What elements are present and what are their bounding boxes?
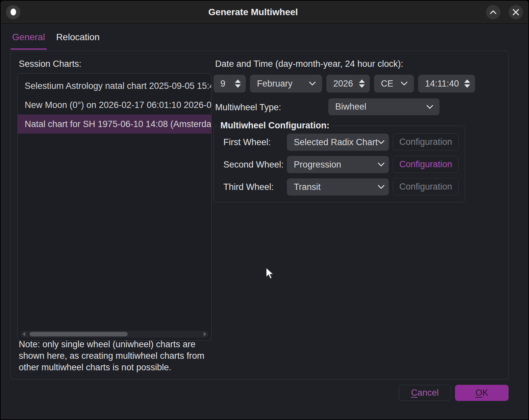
ok-label: OK — [475, 388, 488, 398]
close-button[interactable] — [509, 5, 523, 19]
datetime-controls: 9 February 2026 CE 14:11:40 — [214, 75, 475, 92]
session-charts-label: Session Charts: — [19, 59, 82, 69]
third-wheel-dropdown[interactable]: Transit — [287, 178, 389, 196]
third-wheel-configuration-button: Configuration — [393, 178, 459, 195]
second-wheel-dropdown[interactable]: Progression — [287, 156, 389, 173]
multiwheel-type-value: Biwheel — [328, 102, 366, 112]
month-dropdown[interactable]: February — [250, 75, 322, 92]
tab-bar: General Relocation — [11, 25, 101, 51]
multiwheel-configuration-group: Multiwheel Configuration: First Wheel: S… — [214, 126, 465, 202]
chevron-down-icon — [309, 79, 316, 86]
multiwheel-configuration-legend: Multiwheel Configuration: — [218, 120, 332, 131]
chevron-up-icon — [489, 8, 497, 16]
scrollbar-thumb[interactable] — [30, 332, 128, 336]
datetime-label: Date and Time (day-month-year, 24 hour c… — [215, 59, 403, 69]
spinner-arrows-icon[interactable] — [464, 80, 470, 88]
chevron-down-icon — [426, 102, 433, 109]
first-wheel-configuration-button: Configuration — [393, 133, 459, 150]
chevron-down-icon — [401, 79, 408, 86]
year-value: 2026 — [326, 79, 353, 89]
list-item[interactable]: New Moon (0°) on 2026-02-17 06:01:10 202… — [18, 95, 211, 115]
general-tab-page: Session Charts: Selestium Astrology nata… — [11, 51, 509, 380]
tab-general[interactable]: General — [11, 26, 47, 50]
chevron-down-icon — [378, 160, 385, 167]
multiwheel-type-label: Multiwheel Type: — [215, 102, 281, 113]
multiwheel-type-dropdown[interactable]: Biwheel — [328, 98, 440, 115]
time-value: 14:11:40 — [418, 79, 459, 89]
cancel-button[interactable]: Cancel — [399, 385, 451, 401]
window-title: Generate Multiwheel — [20, 7, 486, 17]
spinner-arrows-icon[interactable] — [359, 80, 365, 88]
tab-relocation[interactable]: Relocation — [55, 26, 101, 50]
second-wheel-value: Progression — [287, 160, 341, 170]
time-spinbox[interactable]: 14:11:40 — [418, 75, 475, 92]
ok-button[interactable]: OK — [455, 385, 509, 401]
scroll-right-icon[interactable] — [204, 332, 207, 336]
horizontal-scrollbar[interactable] — [20, 331, 209, 338]
list-item[interactable]: Selestium Astrology natal chart 2025-09-… — [18, 76, 211, 95]
first-wheel-value: Selected Radix Chart — [287, 137, 378, 147]
generate-multiwheel-dialog: Generate Multiwheel General Relocation S… — [0, 0, 529, 420]
day-value: 9 — [214, 79, 225, 89]
app-icon — [11, 9, 16, 15]
second-wheel-configuration-button[interactable]: Configuration — [393, 156, 459, 173]
cancel-label: Cancel — [411, 388, 439, 398]
spinner-arrows-icon[interactable] — [235, 80, 241, 88]
first-wheel-dropdown[interactable]: Selected Radix Chart — [287, 134, 389, 151]
chevron-down-icon — [378, 137, 385, 144]
list-item-selected[interactable]: Natal chart for SH 1975-06-10 14:08 (Ams… — [18, 115, 211, 134]
era-value: CE — [374, 79, 393, 89]
chevron-down-icon — [378, 182, 385, 189]
close-icon — [512, 8, 520, 16]
era-dropdown[interactable]: CE — [374, 75, 414, 92]
app-menu-button[interactable] — [6, 5, 20, 19]
titlebar[interactable]: Generate Multiwheel — [1, 1, 528, 24]
first-wheel-label: First Wheel: — [223, 134, 271, 151]
third-wheel-value: Transit — [287, 182, 321, 192]
day-spinbox[interactable]: 9 — [214, 75, 246, 92]
session-chart-list[interactable]: Selestium Astrology natal chart 2025-09-… — [17, 73, 212, 341]
month-value: February — [250, 79, 292, 89]
third-wheel-label: Third Wheel: — [223, 178, 274, 196]
shade-button[interactable] — [486, 5, 500, 19]
scroll-left-icon[interactable] — [22, 332, 25, 336]
year-spinbox[interactable]: 2026 — [326, 75, 370, 92]
second-wheel-label: Second Wheel: — [223, 156, 284, 173]
uniwheel-note: Note: only single wheel (uniwheel) chart… — [19, 339, 212, 373]
